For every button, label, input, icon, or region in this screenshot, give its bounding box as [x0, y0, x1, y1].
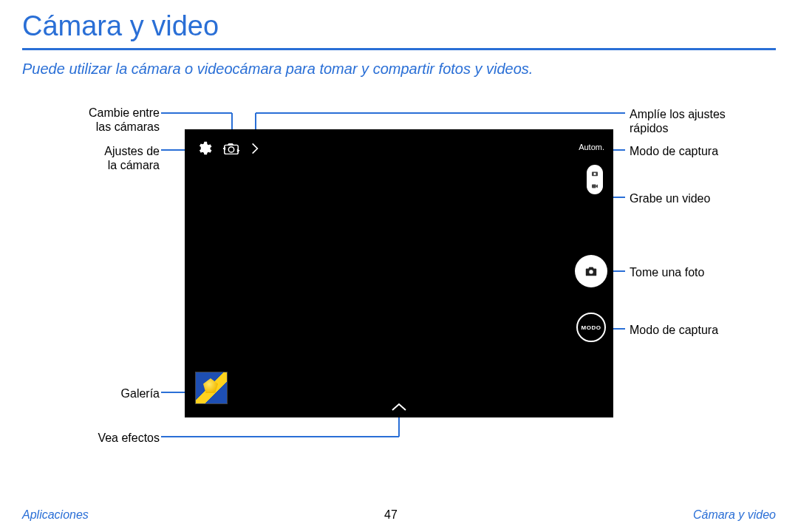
gear-icon[interactable]: [195, 140, 213, 157]
footer-section: Aplicaciones: [22, 508, 89, 522]
camera-icon: [584, 265, 598, 277]
video-mini-icon: [591, 183, 598, 189]
chevron-right-icon[interactable]: [248, 140, 262, 157]
page-footer: Aplicaciones 47 Cámara y video: [0, 508, 798, 522]
camera-mini-icon: [591, 171, 598, 177]
page-title: Cámara y video: [0, 0, 798, 48]
footer-topic: Cámara y video: [693, 508, 776, 522]
svg-rect-16: [592, 184, 596, 188]
label-view-effects: Vea efectos: [71, 431, 160, 445]
switch-camera-icon[interactable]: [222, 140, 241, 157]
title-rule: [22, 48, 776, 50]
label-expand-quick-settings: Amplíe los ajustesrápidos: [630, 107, 755, 135]
page-number: 47: [384, 508, 398, 522]
svg-point-17: [589, 270, 593, 273]
svg-point-13: [228, 147, 233, 152]
svg-point-15: [593, 172, 596, 174]
shutter-button[interactable]: [575, 255, 607, 287]
label-capture-mode-top: Modo de captura: [630, 144, 718, 158]
label-switch-cameras: Cambie entrelas cámaras: [71, 106, 160, 134]
label-record-video: Grabe un video: [630, 191, 710, 205]
auto-mode-label[interactable]: Autom.: [579, 143, 604, 151]
camera-preview-screen: Autom. MODO: [185, 129, 613, 417]
label-capture-mode-bottom: Modo de captura: [630, 323, 718, 337]
chevron-up-icon[interactable]: [388, 401, 410, 413]
label-gallery: Galería: [71, 386, 160, 400]
mode-button[interactable]: MODO: [576, 313, 606, 342]
page-subtitle: Puede utilizar la cámara o videocámara p…: [0, 61, 798, 92]
photo-video-toggle[interactable]: [587, 165, 603, 194]
label-take-photo: Tome una foto: [630, 265, 704, 279]
gallery-thumbnail[interactable]: [195, 372, 228, 404]
label-camera-settings: Ajustes dela cámara: [71, 144, 160, 172]
diagram-area: Cambie entrelas cámaras Ajustes dela cám…: [0, 92, 798, 462]
